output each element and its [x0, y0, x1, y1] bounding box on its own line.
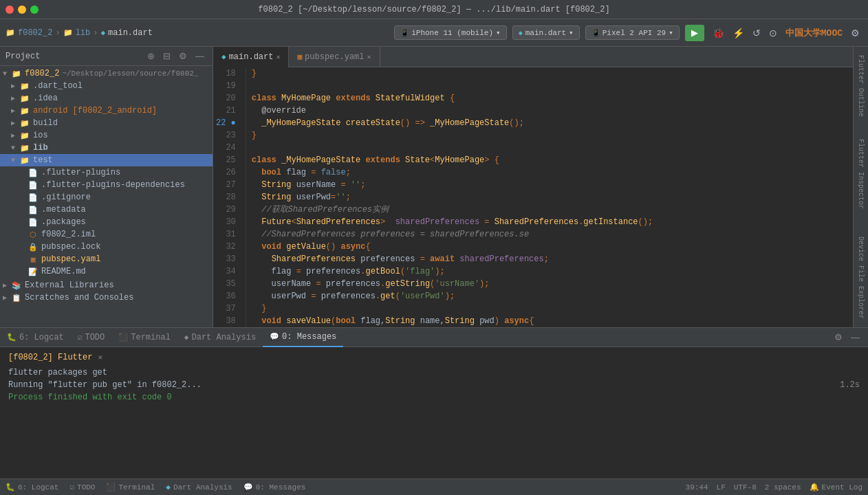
- tree-readme[interactable]: 📝 README.md: [0, 265, 213, 278]
- status-right: 39:44 LF UTF-8 2 spaces 🔔 Event Log: [686, 483, 862, 492]
- tree-packages[interactable]: 📄 .packages: [0, 216, 213, 228]
- tab-label: Dart Analysis: [191, 333, 256, 342]
- editor-area: ◆ main.dart ✕ ▦ pubspec.yaml ✕ 18 19 20 …: [213, 47, 853, 327]
- logcat-tab[interactable]: 🐛 6: Logcat: [0, 328, 71, 347]
- file-icon: 📄: [28, 217, 39, 228]
- line-ending[interactable]: LF: [717, 483, 726, 492]
- tree-dart-tool[interactable]: ▶ 📁 .dart_tool: [0, 80, 213, 92]
- root-label: f0802_2: [25, 69, 59, 78]
- minimize-button[interactable]: [18, 6, 26, 14]
- breadcrumb-project[interactable]: f0802_2: [18, 28, 52, 38]
- messages-icon: 💬: [270, 332, 279, 341]
- api-selector[interactable]: 📱 Pixel 2 API 29 ▾: [585, 25, 680, 40]
- terminal-tab[interactable]: ⬛ Terminal: [111, 328, 177, 347]
- file-icon: ⬡: [28, 229, 39, 240]
- folder-icon: 📁: [6, 28, 15, 37]
- tree-arrow: ▶: [3, 294, 11, 302]
- breadcrumb-file[interactable]: main.dart: [108, 28, 153, 38]
- run-button[interactable]: ▶: [685, 25, 704, 41]
- profile-button[interactable]: ↺: [750, 26, 763, 40]
- messages-close-button[interactable]: ✕: [98, 351, 102, 364]
- device-selector[interactable]: 📱 iPhone 11 (mobile) ▾: [394, 25, 506, 40]
- tree-metadata[interactable]: 📄 .metadata: [0, 204, 213, 216]
- settings-icon[interactable]: ⚙: [832, 331, 845, 344]
- close-sidebar-button[interactable]: —: [193, 50, 207, 63]
- close-button[interactable]: [6, 6, 14, 14]
- code-line: //获取SharedPreferences实例: [252, 204, 847, 216]
- messages-tab[interactable]: 💬 0: Messages: [263, 328, 343, 347]
- indent[interactable]: 2 spaces: [765, 483, 801, 492]
- tree-test[interactable]: ▼ 📁 test: [0, 154, 213, 166]
- maximize-button[interactable]: [30, 6, 39, 14]
- tree-scratches[interactable]: ▶ 📋 Scratches and Consoles: [0, 292, 213, 304]
- tab-close-button[interactable]: ✕: [276, 53, 280, 61]
- status-dart-analysis[interactable]: ◆ Dart Analysis: [166, 483, 232, 492]
- tree-arrow: ▼: [11, 144, 19, 152]
- tree-pubspec-yaml[interactable]: ▦ pubspec.yaml: [0, 253, 213, 265]
- tree-flutter-plugins[interactable]: 📄 .flutter-plugins: [0, 166, 213, 179]
- status-todo[interactable]: ☑ TODO: [69, 483, 95, 492]
- messages-content: [f0802_2] Flutter ✕ flutter packages get…: [0, 347, 868, 478]
- folder-icon: 📁: [19, 80, 30, 91]
- coverage-button[interactable]: ⚡: [730, 26, 747, 40]
- new-folder-button[interactable]: ⊕: [144, 50, 158, 63]
- tree-iml[interactable]: ⬡ f0802_2.iml: [0, 228, 213, 241]
- tree-android[interactable]: ▶ 📁 android [f0802_2_android]: [0, 104, 213, 117]
- logcat-icon: 🐛: [6, 483, 15, 492]
- tree-item-label: lib: [33, 143, 48, 153]
- tree-root[interactable]: ▼ 📁 f0802_2 ~/Desktop/lesson/source/f080…: [0, 67, 213, 80]
- sidebar-header: Project ⊕ ⊟ ⚙ —: [0, 47, 213, 66]
- tree-lib[interactable]: ▼ 📁 lib: [0, 142, 213, 154]
- tab-label: 0: Messages: [282, 332, 336, 342]
- flutter-inspector-panel[interactable]: Flutter Inspector: [856, 133, 866, 214]
- status-messages[interactable]: 💬 0: Messages: [243, 483, 306, 492]
- tree-flutter-plugins-dep[interactable]: 📄 .flutter-plugins-dependencies: [0, 179, 213, 191]
- collapse-all-button[interactable]: ⊟: [160, 50, 173, 63]
- folder-icon: 📁: [11, 68, 22, 79]
- tree-gitignore[interactable]: 📄 .gitignore: [0, 191, 213, 204]
- tree-build[interactable]: ▶ 📁 build: [0, 117, 213, 129]
- cursor-position[interactable]: 39:44: [686, 483, 708, 492]
- encoding[interactable]: UTF-8: [734, 483, 757, 492]
- logcat-label: 6: Logcat: [18, 483, 58, 492]
- folder-icon: 📁: [19, 118, 30, 129]
- todo-tab[interactable]: ☑ TODO: [71, 328, 111, 347]
- lock-icon: 🔒: [28, 241, 39, 252]
- tab-pubspec-yaml[interactable]: ▦ pubspec.yaml ✕: [289, 47, 380, 67]
- debug-button[interactable]: 🐞: [710, 26, 727, 40]
- code-line: bool flag = false;: [252, 166, 847, 179]
- tree-item-label: build: [33, 118, 58, 128]
- tree-item-label: .flutter-plugins-dependencies: [41, 180, 185, 190]
- terminal-label: Terminal: [118, 483, 155, 492]
- run-config-selector[interactable]: ◆ main.dart ▾: [512, 25, 580, 40]
- tree-arrow: ▶: [11, 131, 19, 140]
- tab-close-button[interactable]: ✕: [367, 53, 371, 61]
- tree-ios[interactable]: ▶ 📁 ios: [0, 129, 213, 142]
- breadcrumb-lib[interactable]: lib: [76, 28, 91, 38]
- toolbar-action-icons: 🐞 ⚡ ↺ ⊙: [710, 26, 780, 40]
- dart-analysis-tab[interactable]: ◆ Dart Analysis: [177, 328, 263, 347]
- position-label: 39:44: [686, 483, 708, 492]
- tab-main-dart[interactable]: ◆ main.dart ✕: [213, 47, 289, 67]
- tree-item-label: .metadata: [41, 205, 86, 214]
- status-terminal[interactable]: ⬛ Terminal: [106, 483, 155, 492]
- terminal-icon: ⬛: [106, 483, 116, 492]
- event-log[interactable]: 🔔 Event Log: [810, 483, 862, 492]
- device-file-explorer-panel[interactable]: Device File Explorer: [856, 231, 866, 324]
- tree-arrow: ▶: [11, 82, 19, 90]
- window-controls: [6, 6, 39, 14]
- line-numbers: 18 19 20 21 22 ● 23 24 25 26 27 28 29 30…: [213, 67, 246, 327]
- code-lines[interactable]: } class MyHomePage extends StatefulWidge…: [246, 67, 853, 327]
- toolbar-right: 📱 iPhone 11 (mobile) ▾ ◆ main.dart ▾ 📱 P…: [394, 25, 862, 41]
- tree-external-libs[interactable]: ▶ 📚 External Libraries: [0, 279, 213, 292]
- gear-icon[interactable]: ⚙: [176, 50, 190, 63]
- status-logcat[interactable]: 🐛 6: Logcat: [6, 483, 58, 492]
- attach-button[interactable]: ⊙: [766, 26, 780, 40]
- code-line: class _MyHomePageState extends State<MyH…: [252, 154, 847, 166]
- close-panel-button[interactable]: —: [848, 331, 862, 344]
- file-icon: 📄: [28, 179, 39, 190]
- tree-pubspec-lock[interactable]: 🔒 pubspec.lock: [0, 241, 213, 253]
- settings-icon[interactable]: ⚙: [848, 26, 862, 40]
- flutter-outline-panel[interactable]: Flutter Outline: [856, 50, 866, 122]
- tree-idea[interactable]: ▶ 📁 .idea: [0, 92, 213, 104]
